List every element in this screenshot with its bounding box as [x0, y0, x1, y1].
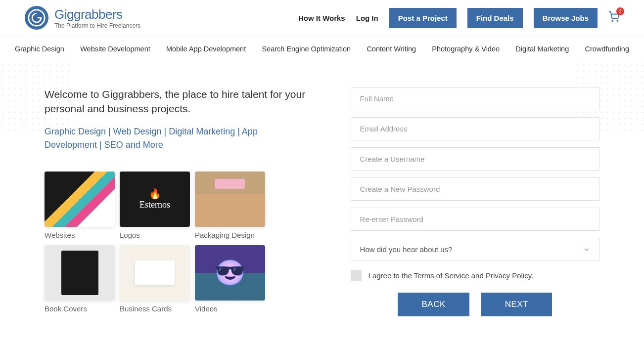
- agree-text: I agree to the Terms of Service and Priv…: [368, 271, 534, 280]
- category-link[interactable]: Website Development: [80, 45, 150, 53]
- signup-form: How did you hear about us? I agree to th…: [351, 87, 599, 316]
- nav-right: How It Works Log In Post a Project Find …: [298, 8, 619, 28]
- thumb-businesscards[interactable]: Business Cards: [120, 245, 190, 313]
- thumb-websites[interactable]: Websites: [45, 172, 115, 239]
- thumb-image: [195, 172, 265, 227]
- category-link[interactable]: Graphic Design: [15, 45, 64, 53]
- category-link[interactable]: Search Engine Optimization: [262, 45, 351, 53]
- cart-button[interactable]: 2: [608, 11, 619, 24]
- thumb-image: [120, 245, 190, 301]
- thumb-label: Videos: [195, 304, 265, 313]
- category-link[interactable]: Digital Marketing: [515, 45, 569, 53]
- browse-jobs-button[interactable]: Browse Jobs: [534, 8, 598, 28]
- main-content: Welcome to Giggrabbers, the place to hir…: [0, 62, 644, 326]
- thumb-image: [45, 172, 115, 227]
- category-link[interactable]: Photography & Video: [432, 45, 500, 53]
- category-bar: Graphic Design Website Development Mobil…: [0, 36, 644, 62]
- svg-point-1: [612, 20, 613, 21]
- next-button[interactable]: NEXT: [481, 293, 552, 316]
- thumb-label: Websites: [45, 231, 115, 239]
- thumb-packaging[interactable]: Packaging Design: [195, 172, 265, 239]
- svg-point-0: [29, 10, 45, 26]
- nav-how-it-works[interactable]: How It Works: [298, 14, 345, 22]
- thumb-label: Packaging Design: [195, 231, 265, 239]
- thumb-image: [195, 245, 265, 301]
- logo-subtitle: The Platform to Hire Freelancers: [54, 22, 140, 29]
- post-project-button[interactable]: Post a Project: [389, 8, 457, 28]
- full-name-input[interactable]: [351, 87, 599, 110]
- left-column: Welcome to Giggrabbers, the place to hir…: [45, 87, 311, 316]
- repassword-input[interactable]: [351, 208, 599, 231]
- hear-about-select[interactable]: How did you hear about us?: [351, 238, 599, 261]
- category-link[interactable]: Mobile App Development: [166, 45, 246, 53]
- nav-log-in[interactable]: Log In: [356, 14, 378, 22]
- thumb-videos[interactable]: Videos: [195, 245, 265, 313]
- welcome-tags: Graphic Design | Web Design | Digital Ma…: [45, 125, 311, 152]
- header: Giggrabbers The Platform to Hire Freelan…: [0, 0, 644, 36]
- thumb-image: Esternos: [120, 172, 190, 227]
- password-input[interactable]: [351, 177, 599, 201]
- find-deals-button[interactable]: Find Deals: [467, 8, 523, 28]
- agree-row: I agree to the Terms of Service and Priv…: [351, 270, 599, 281]
- logo-title: Giggrabbers: [54, 7, 140, 22]
- thumb-label: Logos: [120, 231, 190, 239]
- form-buttons: BACK NEXT: [351, 293, 599, 316]
- cart-badge: 2: [616, 7, 624, 15]
- email-input[interactable]: [351, 117, 599, 140]
- thumb-label: Business Cards: [120, 304, 190, 313]
- logo[interactable]: Giggrabbers The Platform to Hire Freelan…: [25, 6, 140, 30]
- thumb-bookcovers[interactable]: Book Covers: [45, 245, 115, 313]
- back-button[interactable]: BACK: [398, 293, 469, 316]
- thumb-image: [45, 245, 115, 301]
- username-input[interactable]: [351, 147, 599, 171]
- chevron-down-icon: [583, 246, 590, 253]
- logo-icon: [25, 6, 48, 30]
- agree-checkbox[interactable]: [351, 270, 362, 281]
- select-label: How did you hear about us?: [360, 245, 453, 254]
- thumb-logos[interactable]: Esternos Logos: [120, 172, 190, 239]
- category-link[interactable]: Content Writing: [367, 45, 416, 53]
- thumbnail-grid: Websites Esternos Logos Packaging Design…: [45, 172, 311, 313]
- svg-point-2: [617, 20, 618, 21]
- category-link[interactable]: Crowdfunding: [585, 45, 629, 53]
- thumb-label: Book Covers: [45, 304, 115, 313]
- welcome-heading: Welcome to Giggrabbers, the place to hir…: [45, 87, 311, 116]
